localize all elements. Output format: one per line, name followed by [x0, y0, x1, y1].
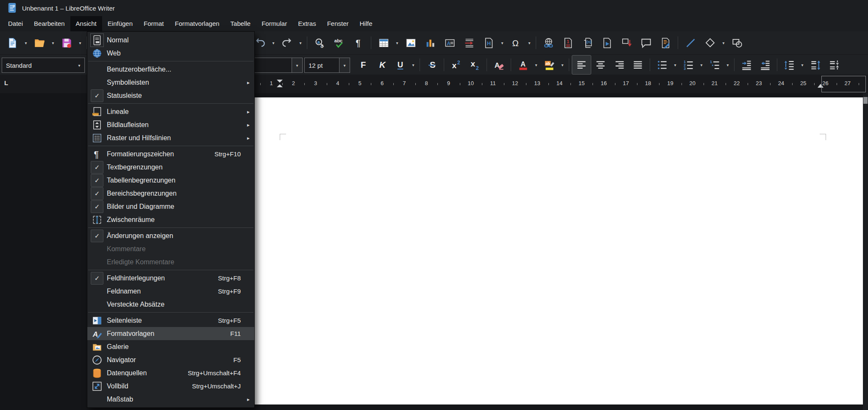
insert-line-button[interactable]	[681, 33, 700, 52]
comment-button[interactable]	[636, 33, 656, 52]
superscript-button[interactable]: x2	[447, 55, 465, 74]
view-menu-item-raster-und-hilfslinien[interactable]: Raster und Hilfslinien▸	[87, 131, 254, 144]
menubar-item-extras[interactable]: Extras	[292, 16, 322, 31]
menubar-item-formular[interactable]: Formular	[256, 16, 292, 31]
insert-table-dropdown-arrow[interactable]: ▾	[393, 33, 401, 52]
view-menu-item-navigator[interactable]: NavigatorF5	[87, 353, 254, 366]
vertical-scrollbar[interactable]	[863, 93, 868, 410]
basic-shapes-dropdown-arrow[interactable]: ▾	[720, 33, 727, 52]
undo-dropdown-arrow[interactable]: ▾	[270, 33, 277, 52]
indent-increase-button[interactable]	[737, 55, 756, 74]
left-indent-icon[interactable]	[277, 84, 283, 87]
view-menu-item-symbolleisten[interactable]: Symbolleisten▸	[87, 76, 254, 89]
endnote-button[interactable]: (n)	[578, 33, 597, 52]
clear-formatting-button[interactable]: A	[490, 55, 508, 74]
view-menu-item-statusleiste[interactable]: ✓Statusleiste	[87, 89, 254, 102]
view-menu-item-bereichsbegrenzungen[interactable]: ✓Bereichsbegrenzungen	[87, 187, 254, 200]
view-menu-item-feldnamen[interactable]: FeldnamenStrg+F9	[87, 285, 254, 298]
chevron-down-icon[interactable]: ▾	[74, 58, 84, 72]
view-menu-item-datenquellen[interactable]: DatenquellenStrg+Umschalt+F4	[87, 366, 254, 380]
align-justify-button[interactable]	[629, 55, 647, 74]
align-left-button[interactable]	[572, 55, 591, 75]
view-menu-item-web[interactable]: Web	[87, 47, 254, 60]
open-folder-dropdown-arrow[interactable]: ▾	[49, 33, 57, 52]
font-color-button[interactable]: A	[514, 55, 532, 74]
menubar-item-formatvorlagen[interactable]: Formatvorlagen	[170, 16, 225, 31]
numbered-list-dropdown-arrow[interactable]: ▾	[698, 55, 705, 74]
insert-textbox-button[interactable]: A	[440, 33, 459, 52]
menubar-item-einfugen[interactable]: Einfügen	[102, 16, 138, 31]
menubar-item-ansicht[interactable]: Ansicht	[70, 16, 102, 31]
view-menu-item-anderungen-anzeigen[interactable]: ✓Änderungen anzeigen	[87, 229, 254, 242]
indent-decrease-button[interactable]	[756, 55, 774, 74]
formatting-marks-button[interactable]: ¶	[349, 33, 368, 52]
view-menu-item-formatierungszeichen[interactable]: ¶FormatierungszeichenStrg+F10	[87, 147, 254, 161]
menubar-item-hilfe[interactable]: Hilfe	[354, 16, 378, 31]
special-character-dropdown-arrow[interactable]: ▾	[526, 33, 533, 52]
menubar-item-datei[interactable]: Datei	[3, 16, 28, 31]
view-menu-item-massstab[interactable]: Maßstab▸	[87, 393, 254, 406]
footnote-button[interactable]: 1	[558, 33, 578, 52]
insert-table-button[interactable]	[374, 33, 393, 52]
first-line-indent-icon[interactable]	[277, 80, 283, 83]
tab-stop-selector[interactable]: L	[4, 79, 8, 86]
view-menu-item-normal[interactable]: Normal	[87, 33, 254, 47]
underline-dropdown-arrow[interactable]: ▾	[409, 55, 417, 74]
draw-functions-button[interactable]	[727, 33, 747, 52]
new-document-button[interactable]	[3, 33, 22, 52]
special-character-button[interactable]: Ω	[506, 33, 526, 52]
view-menu-item-feldhinterlegungen[interactable]: ✓FeldhinterlegungenStrg+F8	[87, 271, 254, 285]
strikethrough-button[interactable]: S	[423, 55, 441, 74]
underline-button[interactable]: U	[391, 55, 409, 74]
menubar-item-bearbeiten[interactable]: Bearbeiten	[28, 16, 70, 31]
view-menu-item-bildlaufleisten[interactable]: Bildlaufleisten▸	[87, 118, 254, 131]
view-menu-item-bilder-und-diagramme[interactable]: ✓Bilder und Diagramme	[87, 200, 254, 213]
view-menu-item-lineale[interactable]: Lineale▸	[87, 105, 254, 118]
save-button[interactable]	[57, 33, 76, 52]
view-menu-item-benutzeroberflache[interactable]: Benutzeroberfläche...	[87, 63, 254, 76]
bullet-list-button[interactable]	[653, 55, 671, 74]
highlight-color-dropdown-arrow[interactable]: ▾	[559, 55, 566, 74]
view-menu-item-zwischenraume[interactable]: Zwischenräume	[87, 213, 254, 226]
track-changes-button[interactable]	[656, 33, 675, 52]
view-menu-item-tabellenbegrenzungen[interactable]: ✓Tabellenbegrenzungen	[87, 174, 254, 187]
scrollbar-thumb[interactable]	[863, 97, 868, 104]
bold-button[interactable]: F	[353, 55, 372, 74]
view-menu-item-versteckte-absatze[interactable]: Versteckte Absätze	[87, 298, 254, 311]
new-document-dropdown-arrow[interactable]: ▾	[22, 33, 30, 52]
view-menu-item-seitenleiste[interactable]: SeitenleisteStrg+F5	[87, 314, 254, 327]
view-menu-item-vollbild[interactable]: VollbildStrg+Umschalt+J	[87, 380, 254, 393]
spelling-button[interactable]: abc	[329, 33, 349, 52]
redo-dropdown-arrow[interactable]: ▾	[297, 33, 304, 52]
align-center-button[interactable]	[591, 55, 610, 74]
chevron-down-icon[interactable]: ▾	[292, 58, 302, 72]
hyperlink-button[interactable]	[539, 33, 558, 52]
insert-field-dropdown-arrow[interactable]: ▾	[498, 33, 506, 52]
para-space-decrease-button[interactable]	[825, 55, 843, 74]
open-folder-button[interactable]	[30, 33, 49, 52]
insert-image-button[interactable]	[401, 33, 420, 52]
subscript-button[interactable]: x2	[465, 55, 484, 74]
font-color-dropdown-arrow[interactable]: ▾	[532, 55, 540, 74]
italic-button[interactable]: K	[372, 55, 391, 74]
redo-button[interactable]	[277, 33, 297, 52]
indent-marker[interactable]	[277, 80, 283, 87]
line-spacing-button[interactable]	[780, 55, 798, 74]
insert-chart-button[interactable]	[420, 33, 440, 52]
view-menu-item-galerie[interactable]: Galerie	[87, 340, 254, 353]
outline-list-dropdown-arrow[interactable]: ▾	[724, 55, 732, 74]
menubar-item-format[interactable]: Format	[138, 16, 170, 31]
basic-shapes-button[interactable]	[700, 33, 720, 52]
highlight-color-button[interactable]: ab	[540, 55, 559, 74]
document-page[interactable]	[253, 97, 863, 404]
font-size-combobox[interactable]: 12 pt ▾	[304, 58, 350, 73]
save-dropdown-arrow[interactable]: ▾	[76, 33, 84, 52]
outline-list-button[interactable]: 1	[705, 55, 724, 74]
bookmark-button[interactable]	[597, 33, 617, 52]
chevron-down-icon[interactable]: ▾	[339, 58, 350, 72]
insert-field-button[interactable]: H	[479, 33, 498, 52]
numbered-list-button[interactable]: 123	[679, 55, 698, 74]
bullet-list-dropdown-arrow[interactable]: ▾	[671, 55, 679, 74]
menubar-item-fenster[interactable]: Fenster	[322, 16, 354, 31]
page-break-button[interactable]	[459, 33, 479, 52]
